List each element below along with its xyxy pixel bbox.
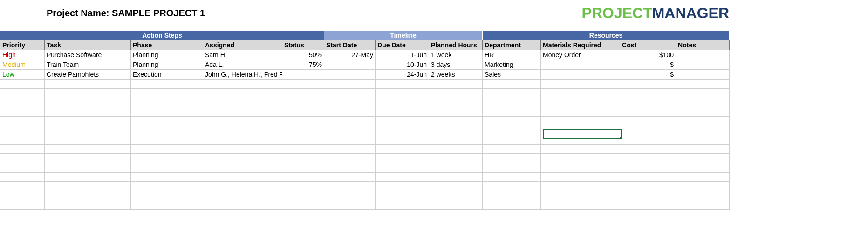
cell-empty[interactable]: [376, 145, 429, 154]
cell-empty[interactable]: [131, 200, 203, 210]
table-row[interactable]: [0, 135, 730, 145]
cell-empty[interactable]: [324, 154, 376, 163]
cell-task[interactable]: Train Team: [45, 60, 131, 70]
cell-empty[interactable]: [45, 154, 131, 163]
cell-phase[interactable]: Execution: [131, 70, 203, 80]
cell-empty[interactable]: [324, 126, 376, 135]
col-phase[interactable]: Phase: [131, 40, 203, 50]
cell-empty[interactable]: [483, 80, 541, 89]
cell-start-date[interactable]: 27-May: [324, 50, 376, 60]
cell-empty[interactable]: [282, 126, 324, 135]
cell-empty[interactable]: [620, 126, 676, 135]
cell-empty[interactable]: [203, 117, 282, 126]
table-row[interactable]: [0, 191, 730, 200]
cell-empty[interactable]: [429, 154, 483, 163]
cell-assigned[interactable]: Ada L.: [203, 60, 282, 70]
table-row[interactable]: [0, 107, 730, 117]
cell-empty[interactable]: [483, 117, 541, 126]
table-row[interactable]: [0, 173, 730, 182]
cell-empty[interactable]: [676, 145, 730, 154]
cell-materials[interactable]: [541, 60, 620, 70]
cell-empty[interactable]: [282, 135, 324, 145]
cell-materials[interactable]: [541, 70, 620, 80]
cell-empty[interactable]: [282, 89, 324, 98]
cell-empty[interactable]: [541, 89, 620, 98]
cell-cost[interactable]: $: [620, 70, 676, 80]
cell-empty[interactable]: [0, 173, 45, 182]
col-assigned[interactable]: Assigned: [203, 40, 282, 50]
cell-empty[interactable]: [620, 154, 676, 163]
cell-empty[interactable]: [131, 98, 203, 107]
cell-assigned[interactable]: John G., Helena H., Fred P.: [203, 70, 282, 80]
cell-empty[interactable]: [541, 107, 620, 117]
cell-empty[interactable]: [676, 80, 730, 89]
cell-empty[interactable]: [376, 126, 429, 135]
cell-empty[interactable]: [541, 182, 620, 191]
cell-empty[interactable]: [0, 191, 45, 200]
col-due-date[interactable]: Due Date: [376, 40, 429, 50]
cell-empty[interactable]: [620, 89, 676, 98]
cell-empty[interactable]: [541, 191, 620, 200]
cell-empty[interactable]: [541, 163, 620, 173]
cell-due-date[interactable]: 24-Jun: [376, 70, 429, 80]
cell-empty[interactable]: [429, 145, 483, 154]
cell-empty[interactable]: [282, 163, 324, 173]
cell-empty[interactable]: [483, 98, 541, 107]
cell-empty[interactable]: [376, 89, 429, 98]
cell-empty[interactable]: [324, 200, 376, 210]
cell-empty[interactable]: [429, 191, 483, 200]
table-row[interactable]: [0, 80, 730, 89]
cell-empty[interactable]: [203, 163, 282, 173]
cell-empty[interactable]: [324, 182, 376, 191]
cell-planned-hours[interactable]: 3 days: [429, 60, 483, 70]
cell-priority[interactable]: High: [0, 50, 45, 60]
table-row[interactable]: MediumTrain TeamPlanningAda L.75%10-Jun3…: [0, 60, 730, 70]
cell-planned-hours[interactable]: 1 week: [429, 50, 483, 60]
cell-empty[interactable]: [0, 135, 45, 145]
cell-empty[interactable]: [282, 191, 324, 200]
cell-status[interactable]: [282, 70, 324, 80]
cell-empty[interactable]: [541, 154, 620, 163]
cell-empty[interactable]: [429, 182, 483, 191]
cell-empty[interactable]: [282, 117, 324, 126]
cell-empty[interactable]: [376, 117, 429, 126]
cell-empty[interactable]: [620, 107, 676, 117]
cell-empty[interactable]: [376, 98, 429, 107]
cell-empty[interactable]: [541, 145, 620, 154]
cell-empty[interactable]: [483, 135, 541, 145]
cell-empty[interactable]: [620, 200, 676, 210]
cell-empty[interactable]: [203, 173, 282, 182]
cell-empty[interactable]: [131, 163, 203, 173]
cell-empty[interactable]: [429, 135, 483, 145]
cell-empty[interactable]: [131, 145, 203, 154]
cell-start-date[interactable]: [324, 60, 376, 70]
cell-empty[interactable]: [324, 89, 376, 98]
cell-empty[interactable]: [676, 135, 730, 145]
cell-empty[interactable]: [45, 200, 131, 210]
cell-empty[interactable]: [620, 135, 676, 145]
cell-empty[interactable]: [203, 80, 282, 89]
cell-empty[interactable]: [131, 182, 203, 191]
cell-empty[interactable]: [376, 80, 429, 89]
cell-empty[interactable]: [483, 191, 541, 200]
cell-empty[interactable]: [0, 98, 45, 107]
cell-empty[interactable]: [676, 126, 730, 135]
cell-empty[interactable]: [676, 182, 730, 191]
cell-cost[interactable]: $100: [620, 50, 676, 60]
cell-empty[interactable]: [282, 145, 324, 154]
cell-empty[interactable]: [676, 98, 730, 107]
cell-empty[interactable]: [429, 173, 483, 182]
cell-priority[interactable]: Medium: [0, 60, 45, 70]
cell-empty[interactable]: [676, 107, 730, 117]
cell-empty[interactable]: [45, 126, 131, 135]
cell-empty[interactable]: [376, 107, 429, 117]
cell-empty[interactable]: [45, 98, 131, 107]
cell-empty[interactable]: [0, 126, 45, 135]
cell-empty[interactable]: [45, 182, 131, 191]
table-row[interactable]: [0, 200, 730, 210]
cell-empty[interactable]: [203, 200, 282, 210]
cell-empty[interactable]: [620, 145, 676, 154]
cell-empty[interactable]: [620, 163, 676, 173]
cell-materials[interactable]: Money Order: [541, 50, 620, 60]
cell-empty[interactable]: [45, 117, 131, 126]
